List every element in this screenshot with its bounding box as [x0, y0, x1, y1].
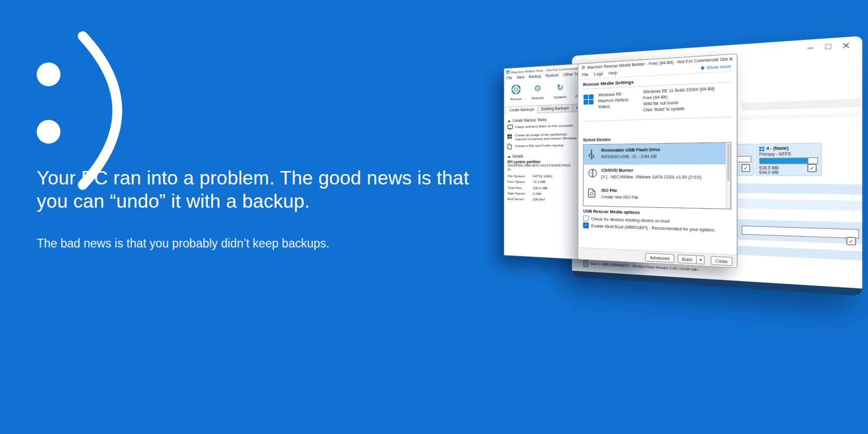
- sheet-bottom-bar: [572, 271, 862, 296]
- dialog-close-icon[interactable]: ✕: [729, 56, 734, 63]
- hero-headline: Your PC ran into a problem. The good new…: [37, 166, 469, 213]
- detail-row: Start Sector:2,048: [507, 191, 578, 196]
- hero-headline-line2: you can “undo” it with a backup.: [37, 190, 469, 213]
- hero-headline-line1: Your PC ran into a problem. The good new…: [37, 166, 469, 190]
- menu-backup[interactable]: Backup: [529, 74, 541, 79]
- task-image-disks[interactable]: Image selected disks on this computer: [507, 123, 578, 131]
- background-checkbox[interactable]: ✓: [846, 237, 856, 245]
- detail-row: End Sector:206,847: [507, 197, 578, 202]
- option-multi-boot[interactable]: ✓ Enable Multi Boot (MBR/UEFI) - Recomme…: [583, 222, 716, 233]
- collapse-icon: [507, 119, 510, 121]
- partition-guid: (6A00F568-19B9-4E27-AA13-F3A4DE726C6A): [507, 164, 572, 172]
- build-dropdown-button[interactable]: [696, 255, 705, 265]
- toolbar-label: Updates: [549, 94, 571, 99]
- refresh-icon: ↻: [549, 80, 571, 95]
- stripe-row: [737, 183, 862, 195]
- background-band: [741, 112, 860, 120]
- dialog-gear-icon: ⚙: [581, 65, 585, 71]
- hero-subtext: The bad news is that you probably didn’t…: [37, 237, 329, 251]
- device-cd-dvd-burner[interactable]: CD/DVD Burner [X:] - NECVMWar, VMware SA…: [583, 164, 730, 186]
- advanced-button[interactable]: Advanced: [645, 253, 674, 262]
- windows-re-logo: [583, 95, 593, 105]
- device-list-scrollbar[interactable]: [726, 143, 731, 209]
- menu-file[interactable]: File: [506, 76, 512, 80]
- gear-icon: ⚙: [527, 81, 549, 96]
- host-window-controls: [808, 42, 850, 51]
- background-band: [741, 99, 860, 111]
- monitor-icon: [507, 125, 513, 131]
- device-usb-flash-drive[interactable]: Removable USB Flash Drive INTENSO USB - …: [583, 143, 730, 165]
- rescue-button[interactable]: Rescue: [505, 82, 526, 101]
- partition-total: 604.0 MB: [759, 170, 779, 175]
- app-icon: [506, 70, 509, 74]
- dialog-menu-help[interactable]: Help: [609, 70, 617, 76]
- checkbox-unchecked-icon[interactable]: [583, 215, 588, 222]
- screenshot-scene: ✓ 4 - (None) Primary - NTFS 518.5 MB 604…: [501, 31, 833, 308]
- settings-header: Rescue Media Settings: [583, 80, 634, 87]
- lifesaver-icon: [505, 82, 526, 97]
- dialog-menu-logs[interactable]: Logs: [594, 71, 603, 76]
- task-image-windows-partitions[interactable]: Create an image of the partition(s) requ…: [507, 131, 578, 142]
- tasks-header[interactable]: Create Backup Tasks: [507, 117, 578, 123]
- updates-button[interactable]: ↻ Updates: [549, 80, 571, 99]
- close-icon[interactable]: [843, 42, 850, 49]
- scrollbar-thumb[interactable]: [727, 144, 730, 181]
- usb-icon: [588, 149, 595, 162]
- usb-options-header: USB Rescue Media options: [583, 208, 640, 215]
- menu-restore[interactable]: Restore: [546, 73, 559, 78]
- menu-view[interactable]: View: [517, 75, 524, 79]
- partition-type: Primary - NTFS: [759, 152, 791, 158]
- windows-icon: [507, 133, 513, 142]
- show-more-link[interactable]: Show more: [701, 64, 732, 71]
- close-button[interactable]: Close: [711, 256, 733, 266]
- partition-card[interactable]: 4 - (None) Primary - NTFS 518.5 MB 604.0…: [756, 143, 822, 176]
- usb-disk-icon: [583, 260, 588, 267]
- checkbox-checked-icon[interactable]: ✓: [583, 222, 588, 228]
- minimize-icon[interactable]: [808, 44, 814, 51]
- down-arrow-icon: [701, 66, 705, 70]
- partition-title: 4 - (None): [766, 146, 788, 150]
- select-device-header: Select Device: [583, 137, 611, 143]
- partition-checkbox[interactable]: ✓: [808, 164, 817, 172]
- toolbar-label: Rescue: [505, 96, 526, 101]
- iso-file-icon: [588, 189, 595, 200]
- build-button[interactable]: Build: [677, 254, 696, 264]
- toolbar-label: Defaults: [527, 95, 549, 100]
- device-list: Removable USB Flash Drive INTENSO USB - …: [583, 142, 731, 209]
- defaults-button[interactable]: ⚙ Defaults: [527, 81, 549, 100]
- details-header[interactable]: Details: [507, 154, 578, 159]
- info-values: Windows RE 11 Build 22000 (64-Bit) Free …: [643, 86, 715, 113]
- dropdown-arrow-icon: [699, 259, 702, 261]
- divider: [583, 117, 731, 122]
- detail-row: Total Size:100.0 MB: [507, 185, 578, 190]
- detail-row: File System:FAT32 (LBA): [507, 174, 578, 178]
- cd-icon: [588, 169, 597, 180]
- rescue-media-dialog: ⚙ Macrium Rescue Media Builder - Free (6…: [578, 53, 737, 268]
- file-icon: [507, 144, 513, 150]
- stripe-row: [737, 199, 862, 211]
- maximize-icon[interactable]: [825, 43, 832, 50]
- task-file-folder-backup[interactable]: Create a File and Folder backup: [507, 143, 578, 150]
- dialog-menu-file[interactable]: File: [582, 72, 588, 78]
- device-iso-file[interactable]: ISO File Create new ISO File: [583, 184, 730, 207]
- partition-checkbox[interactable]: ✓: [741, 164, 750, 172]
- stripe-row: [737, 246, 862, 261]
- windows-partition-icon: [759, 147, 764, 151]
- detail-row: Free Space:71.1 MB: [507, 179, 578, 184]
- collapse-icon: [507, 156, 510, 158]
- tasks-panel: Create Backup Tasks Image selected disks…: [504, 112, 582, 259]
- info-labels: Windows RE: Macrium Reflect: Status:: [598, 91, 629, 110]
